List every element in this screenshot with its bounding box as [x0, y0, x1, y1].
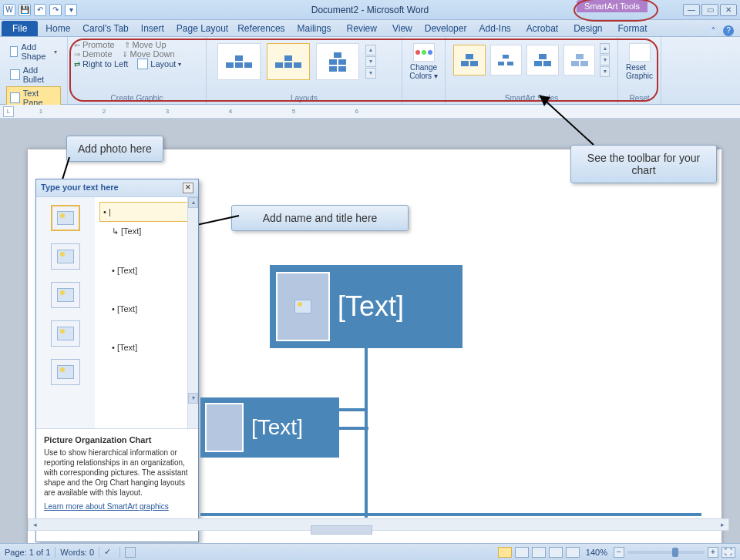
restore-button[interactable]: ▭ [701, 4, 718, 16]
zoom-slider[interactable] [627, 551, 705, 554]
style-option-4[interactable] [563, 45, 596, 75]
create-graphic-label: Create Graphic [74, 92, 200, 102]
layout-button[interactable]: Layout ▾ [137, 59, 181, 69]
smartart-node-root[interactable]: [Text] [270, 265, 462, 348]
demote-button[interactable]: ⇒Demote [74, 49, 113, 59]
layouts-down-icon[interactable]: ▾ [365, 56, 376, 67]
reset-graphic-button[interactable]: ResetGraphic [624, 40, 654, 80]
tab-pagelayout[interactable]: Page Layout [172, 21, 233, 36]
horizontal-scrollbar[interactable]: ◂ ▸ [28, 518, 729, 531]
close-button[interactable]: ✕ [720, 4, 737, 16]
minimize-ribbon-icon[interactable]: ˄ [708, 25, 718, 36]
layout-option-1[interactable] [217, 43, 261, 80]
change-colors-label: ChangeColors ▾ [409, 63, 438, 80]
status-bar: Page: 1 of 1 Words: 0 ✓ 140% − + ⛶ [0, 543, 740, 560]
view-web-button[interactable] [532, 547, 546, 558]
smartart-node-child[interactable]: [Text] [200, 397, 339, 458]
text-pane-item[interactable]: • [Text] [99, 338, 193, 357]
tab-format[interactable]: Format [610, 21, 655, 36]
text-pane-item[interactable]: • [Text] [99, 300, 193, 318]
text-pane-item[interactable]: • | [99, 202, 193, 222]
text-pane-close-button[interactable]: ✕ [183, 183, 193, 193]
scroll-down-icon[interactable]: ▾ [188, 393, 198, 404]
view-print-layout-button[interactable] [498, 547, 512, 558]
text-pane-scrollbar[interactable]: ▴▾ [187, 197, 198, 428]
status-proofing-icon[interactable]: ✓ [104, 547, 115, 558]
styles-up-icon[interactable]: ▴ [600, 43, 610, 54]
file-tab[interactable]: File [2, 21, 38, 36]
scroll-left-icon[interactable]: ◂ [29, 521, 41, 528]
styles-down-icon[interactable]: ▾ [600, 55, 610, 65]
style-option-2[interactable] [490, 45, 523, 75]
smartart-text-pane: Type your text here ✕ • | ↳ [Text] • [Te… [35, 179, 199, 542]
redo-icon[interactable]: ↷ [49, 4, 62, 16]
group-reset: ResetGraphic Reset [618, 37, 661, 104]
style-option-3[interactable] [526, 45, 559, 75]
zoom-out-button[interactable]: − [614, 547, 624, 558]
text-pane-list[interactable]: • | ↳ [Text] • [Text] • [Text] • [Text] … [95, 197, 198, 428]
help-icon[interactable]: ? [723, 25, 734, 36]
layouts-up-icon[interactable]: ▴ [365, 45, 376, 55]
tab-addins[interactable]: Add-Ins [471, 21, 518, 36]
tab-acrobat[interactable]: Acrobat [519, 21, 566, 36]
scroll-right-icon[interactable]: ▸ [716, 521, 728, 528]
movedown-button[interactable]: ⇓Move Down [122, 49, 175, 59]
styles-more-icon[interactable]: ▾ [600, 66, 610, 77]
layouts-more-icon[interactable]: ▾ [365, 68, 376, 79]
smartart-node-text[interactable]: [Text] [251, 415, 303, 440]
view-fullscreen-button[interactable] [515, 547, 529, 558]
layouts-scroll[interactable]: ▴▾▾ [365, 45, 376, 79]
text-pane-item[interactable]: • [Text] [99, 261, 193, 280]
style-option-1[interactable] [453, 45, 486, 75]
layout-option-3[interactable] [316, 43, 359, 80]
tab-selector[interactable]: L [3, 106, 14, 117]
change-colors-button[interactable]: ChangeColors ▾ [409, 40, 439, 80]
picture-placeholder-icon [57, 327, 74, 340]
text-pane-thumb[interactable] [51, 282, 80, 308]
tab-developer[interactable]: Developer [420, 21, 472, 36]
rtl-button[interactable]: ⇄Right to Left [74, 59, 128, 69]
tab-references[interactable]: References [233, 21, 289, 36]
tab-review[interactable]: Review [339, 21, 385, 36]
zoom-in-button[interactable]: + [708, 547, 718, 558]
tab-mailings[interactable]: Mailings [290, 21, 339, 36]
status-page[interactable]: Page: 1 of 1 [5, 548, 50, 557]
zoom-level[interactable]: 140% [586, 548, 607, 557]
text-pane-item[interactable]: ↳ [Text] [99, 222, 193, 241]
minimize-button[interactable]: — [683, 4, 700, 16]
demote-icon: ⇒ [74, 50, 80, 59]
add-shape-button[interactable]: Add Shape ▾ [6, 40, 61, 63]
promote-button[interactable]: ⇐Promote [74, 40, 115, 49]
zoom-slider-thumb[interactable] [672, 548, 678, 557]
text-pane-thumb[interactable] [51, 243, 80, 270]
tab-design[interactable]: Design [566, 21, 610, 36]
text-pane-thumb[interactable] [51, 320, 80, 347]
tab-view[interactable]: View [385, 21, 420, 36]
smartart-picture-placeholder[interactable] [205, 403, 244, 452]
undo-icon[interactable]: ↶ [34, 4, 46, 16]
view-outline-button[interactable] [549, 547, 563, 558]
window-controls: — ▭ ✕ [683, 4, 737, 16]
zoom-fit-button[interactable]: ⛶ [722, 547, 735, 558]
tab-carols[interactable]: Carol's Tab [78, 21, 133, 36]
status-mode-icon[interactable] [125, 547, 136, 558]
smartart-connector [365, 348, 368, 410]
tab-home[interactable]: Home [38, 21, 78, 36]
text-pane-thumb[interactable] [51, 205, 80, 231]
moveup-button[interactable]: ⇑Move Up [124, 40, 166, 49]
smartart-node-text[interactable]: [Text] [338, 290, 404, 323]
scroll-up-icon[interactable]: ▴ [188, 197, 198, 208]
add-bullet-button[interactable]: Add Bullet [6, 63, 61, 86]
word-icon[interactable]: W [3, 4, 15, 16]
view-draft-button[interactable] [566, 547, 580, 558]
text-pane-thumb[interactable] [51, 359, 80, 385]
group-create-graphic: ⇐Promote ⇑Move Up ⇒Demote ⇓Move Down ⇄Ri… [68, 37, 207, 104]
tab-insert[interactable]: Insert [133, 21, 172, 36]
styles-scroll[interactable]: ▴▾▾ [600, 43, 610, 77]
status-words[interactable]: Words: 0 [60, 548, 94, 557]
qat-more-icon[interactable]: ▾ [65, 4, 77, 16]
text-pane-learn-more-link[interactable]: Learn more about SmartArt graphics [44, 502, 169, 511]
layout-option-2[interactable] [267, 43, 310, 80]
smartart-picture-placeholder[interactable] [276, 272, 330, 341]
save-icon[interactable]: 💾 [18, 4, 31, 16]
